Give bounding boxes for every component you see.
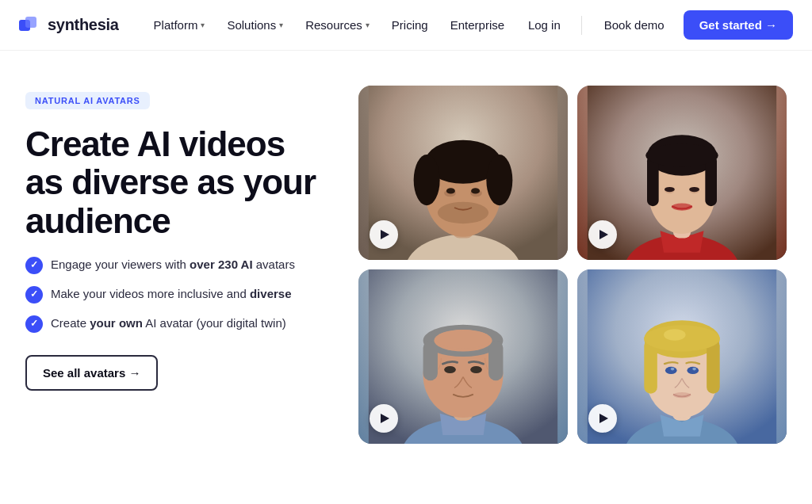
nav-links: Platform ▾ Solutions ▾ Resources ▾ Prici… xyxy=(144,12,517,38)
svg-point-25 xyxy=(689,187,699,192)
nav-right: Log in Book demo Get started → xyxy=(517,10,793,40)
svg-point-50 xyxy=(692,368,696,371)
nav-solutions[interactable]: Solutions ▾ xyxy=(217,12,293,38)
svg-rect-1 xyxy=(25,17,36,28)
bullet-list: Engage your viewers with over 230 AI ava… xyxy=(25,256,327,333)
hero-section: Natural AI Avatars Create AI videos as d… xyxy=(0,51,812,504)
synthesia-logo-icon xyxy=(19,17,41,34)
hero-left: Natural AI Avatars Create AI videos as d… xyxy=(25,86,327,391)
svg-point-49 xyxy=(671,368,675,371)
nav-enterprise[interactable]: Enterprise xyxy=(441,12,514,38)
login-button[interactable]: Log in xyxy=(517,12,572,38)
svg-rect-33 xyxy=(488,341,503,380)
svg-point-46 xyxy=(664,329,686,341)
svg-point-24 xyxy=(665,187,675,192)
play-button-4[interactable] xyxy=(588,404,617,433)
list-item: Create your own AI avatar (your digital … xyxy=(25,315,327,333)
check-icon xyxy=(25,257,43,274)
check-icon xyxy=(25,286,43,304)
logo-text: synthesia xyxy=(48,16,119,34)
nav-platform[interactable]: Platform ▾ xyxy=(144,12,215,38)
svg-point-12 xyxy=(471,188,480,193)
list-item: Engage your viewers with over 230 AI ava… xyxy=(25,256,327,274)
svg-point-37 xyxy=(470,366,482,373)
svg-point-8 xyxy=(486,155,512,205)
svg-point-48 xyxy=(687,367,699,374)
svg-point-47 xyxy=(665,367,677,374)
chevron-down-icon: ▾ xyxy=(366,21,370,29)
hero-badge: Natural AI Avatars xyxy=(25,92,150,109)
avatar-card-1[interactable] xyxy=(358,86,568,260)
check-icon xyxy=(25,315,43,333)
svg-point-7 xyxy=(414,155,440,205)
svg-point-21 xyxy=(645,143,718,166)
nav-resources[interactable]: Resources ▾ xyxy=(296,12,379,38)
svg-point-26 xyxy=(672,204,692,211)
svg-point-51 xyxy=(673,392,691,398)
chevron-down-icon: ▾ xyxy=(279,21,283,29)
svg-rect-32 xyxy=(423,341,438,380)
nav-pricing[interactable]: Pricing xyxy=(382,12,438,38)
get-started-button[interactable]: Get started → xyxy=(684,10,793,40)
list-item: Make your videos more inclusive and dive… xyxy=(25,285,327,304)
book-demo-button[interactable]: Book demo xyxy=(592,12,677,38)
hero-title: Create AI videos as diverse as your audi… xyxy=(25,125,327,240)
navbar: synthesia Platform ▾ Solutions ▾ Resourc… xyxy=(0,0,812,51)
svg-point-13 xyxy=(438,202,488,224)
avatar-card-3[interactable] xyxy=(358,269,568,444)
svg-point-35 xyxy=(435,330,491,349)
play-button-1[interactable] xyxy=(370,220,398,249)
avatar-card-2[interactable] xyxy=(577,86,787,260)
avatar-grid xyxy=(358,86,787,444)
avatar-card-4[interactable] xyxy=(577,269,787,444)
nav-divider xyxy=(581,16,582,35)
svg-point-11 xyxy=(446,188,455,193)
play-button-2[interactable] xyxy=(588,220,617,249)
chevron-down-icon: ▾ xyxy=(201,21,205,29)
svg-point-36 xyxy=(444,366,456,373)
play-button-3[interactable] xyxy=(370,404,398,433)
see-all-avatars-button[interactable]: See all avatars → xyxy=(25,355,158,391)
logo[interactable]: synthesia xyxy=(19,16,119,34)
